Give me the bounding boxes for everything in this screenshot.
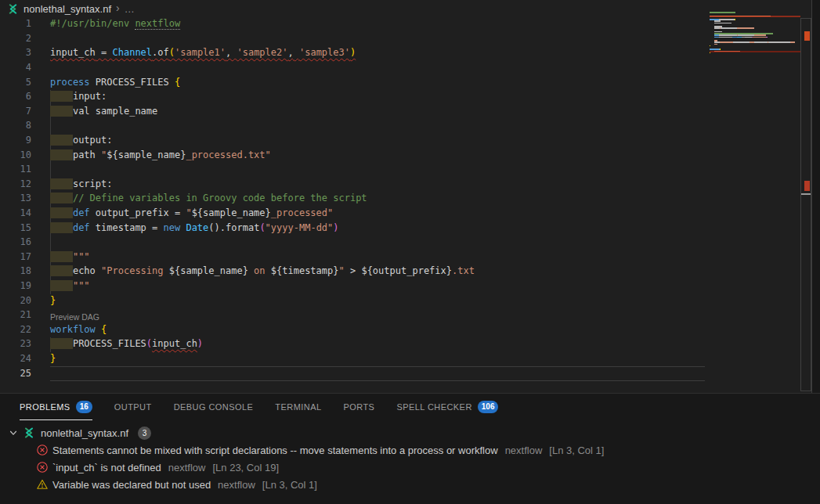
problem-location: [Ln 3, Col 1] xyxy=(262,479,317,491)
breadcrumb-symbol-ellipsis[interactable]: … xyxy=(125,3,135,15)
line-number-13[interactable]: 13 xyxy=(0,193,31,203)
code-token: output_prefix = xyxy=(96,207,186,218)
code-line-1[interactable]: 1#!/usr/bin/env nextflow xyxy=(0,16,800,31)
code-line-20[interactable]: 20} xyxy=(0,293,800,308)
line-number-5[interactable]: 5 xyxy=(0,77,31,88)
breadcrumb-file-name[interactable]: nonlethal_syntax.nf xyxy=(23,3,111,15)
code-token: " xyxy=(339,265,345,276)
panel-tab-output[interactable]: OUTPUT xyxy=(114,394,152,420)
code-line-22[interactable]: 22workflow { xyxy=(0,322,800,337)
line-number-23[interactable]: 23 xyxy=(0,338,31,349)
problem-source: nextflow xyxy=(168,462,206,473)
code-line-24[interactable]: 24} xyxy=(0,351,800,366)
line-number-21[interactable]: 21 xyxy=(0,309,31,320)
line-number-4[interactable]: 4 xyxy=(0,62,31,73)
code-token: > xyxy=(345,265,362,276)
code-token: """ xyxy=(73,251,90,262)
code-token: #!/usr/bin/env xyxy=(50,18,135,29)
ruler-mark-cursor-line-25 xyxy=(801,193,811,195)
line-content: def timestamp = new Date().format("yyyy-… xyxy=(50,222,339,233)
code-line-2[interactable]: 2 xyxy=(0,31,800,46)
line-number-9[interactable]: 9 xyxy=(0,135,31,146)
problem-row-error[interactable]: Statements cannot be mixed with script d… xyxy=(0,441,820,459)
panel-tab-debug-console[interactable]: DEBUG CONSOLE xyxy=(174,394,254,420)
line-number-22[interactable]: 22 xyxy=(0,324,31,335)
code-line-16[interactable]: 16 xyxy=(0,235,800,250)
code-token: Channel xyxy=(112,47,152,58)
line-number-3[interactable]: 3 xyxy=(0,47,31,58)
code-token: } xyxy=(50,295,56,306)
line-number-17[interactable]: 17 xyxy=(0,251,31,262)
code-token xyxy=(50,149,73,160)
scrollbar-overview-ruler[interactable] xyxy=(800,18,811,391)
code-token: , xyxy=(288,47,299,58)
problem-row-error[interactable]: `input_ch` is not definednextflow[Ln 23,… xyxy=(0,459,820,476)
code-line-15[interactable]: 15 def timestamp = new Date().format("yy… xyxy=(0,220,800,235)
nextflow-file-icon xyxy=(23,427,35,439)
line-number-2[interactable]: 2 xyxy=(0,33,31,44)
code-line-5[interactable]: 5process PROCESS_FILES { xyxy=(0,74,800,89)
vscode-window: nonlethal_syntax.nf › … 1#!/usr/bin/env … xyxy=(0,0,820,504)
line-number-18[interactable]: 18 xyxy=(0,265,31,276)
code-token: input_ch xyxy=(50,47,96,58)
problem-row-warning[interactable]: Variable was declared but not usednextfl… xyxy=(0,476,820,493)
line-number-15[interactable]: 15 xyxy=(0,222,31,233)
minimap[interactable] xyxy=(710,12,800,56)
line-number-25[interactable]: 25 xyxy=(0,368,31,379)
codelens-preview-dag[interactable]: Preview DAG xyxy=(50,312,99,322)
line-content: echo "Processing ${sample_name} on ${tim… xyxy=(50,265,475,276)
panel-tab-label: OUTPUT xyxy=(114,402,152,412)
panel-tab-ports[interactable]: PORTS xyxy=(343,394,374,420)
line-number-20[interactable]: 20 xyxy=(0,295,31,306)
code-line-13[interactable]: 13 // Define variables in Groovy code be… xyxy=(0,191,800,206)
code-token: script: xyxy=(73,178,113,189)
line-number-7[interactable]: 7 xyxy=(0,106,31,117)
code-line-19[interactable]: 19 """ xyxy=(0,279,800,293)
line-number-8[interactable]: 8 xyxy=(0,120,31,131)
code-token: ( xyxy=(259,222,265,233)
code-line-9[interactable]: 9 output: xyxy=(0,133,800,148)
line-number-24[interactable]: 24 xyxy=(0,353,31,364)
line-content: val sample_name xyxy=(50,106,157,117)
chevron-down-icon[interactable] xyxy=(8,427,19,438)
line-content: output: xyxy=(50,135,112,146)
code-token: timestamp = xyxy=(96,222,164,233)
problems-file-name: nonlethal_syntax.nf xyxy=(41,427,128,439)
code-line-18[interactable]: 18 echo "Processing ${sample_name} on ${… xyxy=(0,264,800,279)
code-line-12[interactable]: 12 script: xyxy=(0,177,800,192)
code-line-8[interactable]: 8 xyxy=(0,118,800,133)
current-line-highlight xyxy=(50,366,705,381)
line-number-14[interactable]: 14 xyxy=(0,207,31,218)
code-line-4[interactable]: 4 xyxy=(0,60,800,75)
code-line-3[interactable]: 3input_ch = Channel.of('sample1', 'sampl… xyxy=(0,45,800,60)
panel-tab-spell-checker[interactable]: SPELL CHECKER106 xyxy=(396,394,498,420)
ruler-mark-error-line-3 xyxy=(804,31,810,41)
problems-file-group[interactable]: nonlethal_syntax.nf 3 xyxy=(0,424,820,441)
code-line-17[interactable]: 17 """ xyxy=(0,250,800,265)
code-token: ( xyxy=(146,338,152,349)
code-token: 'sample2' xyxy=(237,47,287,58)
code-line-11[interactable]: 11 xyxy=(0,162,800,177)
line-number-19[interactable]: 19 xyxy=(0,280,31,291)
code-token: . xyxy=(220,222,226,233)
code-line-10[interactable]: 10 path "${sample_name}_processed.txt" xyxy=(0,147,800,162)
line-number-6[interactable]: 6 xyxy=(0,91,31,102)
line-number-1[interactable]: 1 xyxy=(0,18,31,29)
line-number-12[interactable]: 12 xyxy=(0,178,31,189)
code-token: "yyyy-MM-dd" xyxy=(266,222,334,233)
code-line-14[interactable]: 14 def output_prefix = "${sample_name}_p… xyxy=(0,206,800,221)
line-content: } xyxy=(50,295,56,306)
panel-tab-terminal[interactable]: TERMINAL xyxy=(275,394,321,420)
panel-tab-problems[interactable]: PROBLEMS16 xyxy=(20,394,92,420)
line-number-11[interactable]: 11 xyxy=(0,164,31,175)
problem-message: `input_ch` is not defined xyxy=(52,462,161,473)
line-number-10[interactable]: 10 xyxy=(0,149,31,160)
code-line-21[interactable]: 21 xyxy=(0,308,800,322)
code-token: ${sample_name} xyxy=(107,149,186,160)
line-number-16[interactable]: 16 xyxy=(0,236,31,247)
code-line-7[interactable]: 7 val sample_name xyxy=(0,104,800,119)
code-line-23[interactable]: 23 PROCESS_FILES(input_ch) xyxy=(0,337,800,351)
problem-location: [Ln 3, Col 1] xyxy=(549,445,604,456)
code-line-6[interactable]: 6 input: xyxy=(0,89,800,104)
line-content: workflow { xyxy=(50,324,107,335)
